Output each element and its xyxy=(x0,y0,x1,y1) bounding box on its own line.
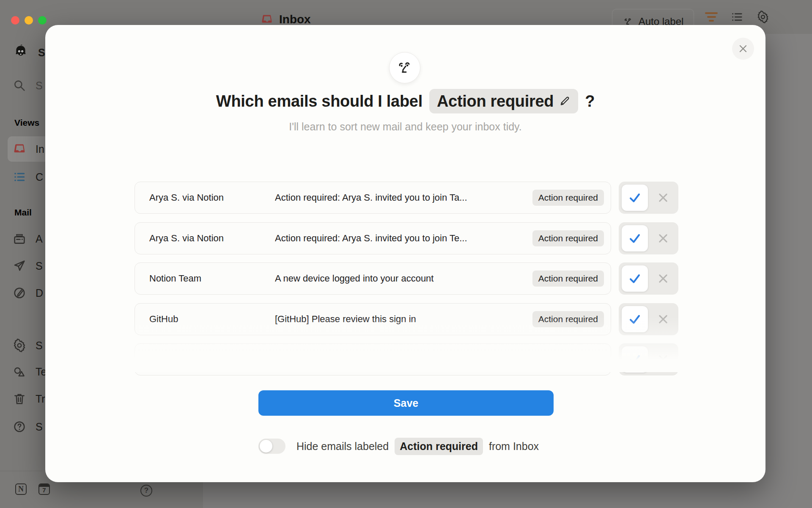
email-summary: Action required: Arya S. invited you to … xyxy=(275,233,532,244)
calendar-badge[interactable]: 7 xyxy=(38,483,50,495)
confirm-label-button[interactable] xyxy=(622,306,648,332)
email-sample-list: Arya S. via Notion Action required: Arya… xyxy=(134,25,727,389)
email-sender: GitHub xyxy=(149,314,275,325)
email-label-chip: Action required xyxy=(532,190,604,206)
confirm-label-button[interactable] xyxy=(622,185,648,211)
sidebar-workspace[interactable]: S xyxy=(13,44,45,61)
save-button[interactable]: Save xyxy=(258,390,554,416)
sidebar-item-label: Tr xyxy=(36,393,45,405)
email-row: Arya S. via Notion Action required: Arya… xyxy=(134,222,727,254)
email-card: GitHub [GitHub] Please review this sign … xyxy=(134,303,611,335)
sidebar-section-mail: Mail xyxy=(14,207,32,218)
sidebar-item-label: D xyxy=(36,287,43,299)
sidebar-item-templates[interactable]: Te xyxy=(13,365,47,378)
sidebar-item-label: A xyxy=(36,233,43,245)
draft-pencil-circle-icon xyxy=(13,286,26,300)
reject-label-button[interactable] xyxy=(648,232,678,244)
close-icon[interactable] xyxy=(732,38,754,60)
window-zoom-button[interactable] xyxy=(38,16,47,25)
workspace-avatar xyxy=(13,44,29,61)
help-circle-icon xyxy=(13,420,26,433)
confirm-label-button[interactable] xyxy=(622,265,648,292)
label-vote-group xyxy=(619,222,678,254)
email-card xyxy=(134,343,611,375)
confirm-label-button[interactable] xyxy=(622,346,648,373)
hide-toggle-label-chip: Action required xyxy=(395,438,483,455)
sidebar-item-label: S xyxy=(36,421,43,433)
sidebar-item-drafts[interactable]: D xyxy=(13,286,43,300)
sidebar-section-views: Views xyxy=(14,118,39,128)
email-summary: [GitHub] Please review this sign in xyxy=(275,314,532,325)
sidebar-footer: N 7 xyxy=(15,483,50,495)
reject-label-button[interactable] xyxy=(648,353,678,365)
email-label-chip: Action required xyxy=(532,311,604,327)
email-row: GitHub [GitHub] Please review this sign … xyxy=(134,303,727,335)
trash-icon xyxy=(13,392,26,406)
sidebar-item-all-mail[interactable]: A xyxy=(13,232,43,246)
email-summary: A new device logged into your account xyxy=(275,273,532,284)
search-label: S xyxy=(36,80,43,92)
search-icon xyxy=(13,79,26,92)
email-sender: Notion Team xyxy=(149,273,275,284)
workspace-name: S xyxy=(38,47,45,59)
confirm-label-button[interactable] xyxy=(622,225,648,251)
hide-labeled-row: Hide emails labeled Action required from… xyxy=(258,437,539,456)
sidebar-item-label: C xyxy=(36,171,43,183)
sidebar-item-inbox[interactable]: In xyxy=(13,142,44,156)
inbox-icon xyxy=(261,13,273,26)
sidebar-item-custom-view[interactable]: C xyxy=(13,170,43,184)
email-card: Notion Team A new device logged into you… xyxy=(134,262,611,295)
bullet-list-icon xyxy=(13,170,26,184)
email-row: Arya S. via Notion Action required: Arya… xyxy=(134,182,727,214)
email-label-chip: Action required xyxy=(532,230,604,246)
email-summary: Action required: Arya S. invited you to … xyxy=(275,192,532,203)
email-card: Arya S. via Notion Action required: Arya… xyxy=(134,222,611,254)
auto-label-dialog: Which emails should I label Action requi… xyxy=(45,25,765,482)
window-close-button[interactable] xyxy=(11,16,19,25)
sidebar-divider xyxy=(0,471,42,471)
email-sender: Arya S. via Notion xyxy=(149,233,275,244)
hide-labeled-toggle[interactable] xyxy=(258,439,285,454)
page-title: Inbox xyxy=(279,13,311,26)
email-label-chip: Action required xyxy=(532,271,604,287)
label-vote-group xyxy=(619,182,678,214)
label-vote-group xyxy=(619,343,678,375)
sidebar-item-label: In xyxy=(36,143,44,155)
reject-label-button[interactable] xyxy=(648,273,678,284)
gear-icon xyxy=(13,339,26,352)
hide-toggle-prefix: Hide emails labeled xyxy=(296,440,389,453)
email-card: Arya S. via Notion Action required: Arya… xyxy=(134,182,611,214)
label-vote-group xyxy=(619,262,678,295)
help-bubble-icon[interactable]: ? xyxy=(140,485,152,497)
email-sender: Arya S. via Notion xyxy=(149,192,275,203)
mail-card-icon xyxy=(13,232,26,246)
reject-label-button[interactable] xyxy=(648,192,678,204)
sidebar-item-label: S xyxy=(36,260,43,272)
email-row: Notion Team A new device logged into you… xyxy=(134,262,727,295)
sidebar-item-support[interactable]: S xyxy=(13,420,43,433)
sidebar-item-settings[interactable]: S xyxy=(13,339,43,352)
sidebar-item-trash[interactable]: Tr xyxy=(13,392,45,406)
sidebar-search[interactable]: S xyxy=(13,79,43,92)
window-minimize-button[interactable] xyxy=(25,16,33,25)
send-icon xyxy=(13,259,26,273)
shapes-icon xyxy=(13,365,26,378)
inbox-icon xyxy=(13,142,26,156)
label-vote-group xyxy=(619,303,678,335)
view-title: Inbox xyxy=(261,13,311,26)
notion-logo-badge[interactable]: N xyxy=(15,483,27,495)
email-row xyxy=(134,343,727,375)
hide-toggle-suffix: from Inbox xyxy=(489,440,539,453)
toggle-knob xyxy=(260,440,272,453)
sidebar-item-sent[interactable]: S xyxy=(13,259,43,273)
reject-label-button[interactable] xyxy=(648,313,678,325)
sidebar-item-label: S xyxy=(36,340,43,352)
